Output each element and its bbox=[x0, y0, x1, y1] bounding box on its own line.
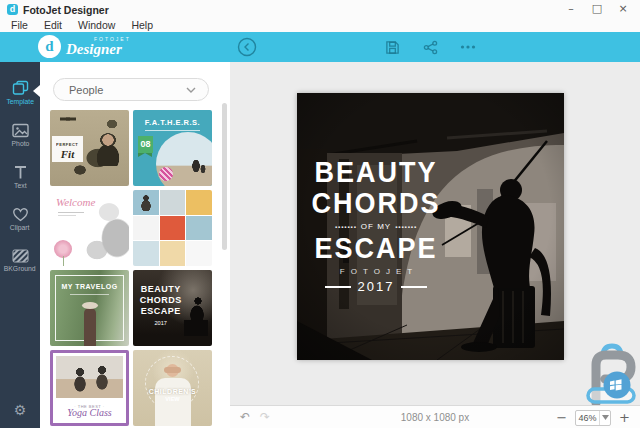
brand-designer-label: Designer bbox=[66, 42, 131, 57]
watermark-logo bbox=[583, 343, 639, 405]
design-canvas[interactable]: BEAUTY CHORDS ▪▪▪▪▪▪▪ OF MY ▪▪▪▪▪▪▪ ESCA… bbox=[297, 93, 564, 360]
zoom-in-button[interactable]: + bbox=[619, 410, 630, 425]
template-thumb-yoga-grid[interactable] bbox=[133, 190, 212, 266]
template-thumb-beauty-chords[interactable]: BEAUTY CHORDS ESCAPE 2017 bbox=[133, 270, 212, 346]
watermark-icon bbox=[583, 343, 639, 405]
canvas-title-line3: ESCAPE bbox=[301, 231, 451, 265]
template-grid: PERFECT Fit F.A.T.H.E.R.S. 08 Welcome bbox=[50, 110, 212, 426]
thumb-title: Yoga Class bbox=[53, 407, 126, 418]
window-title: FotoJet Designer bbox=[23, 4, 109, 16]
sidebar-item-label: Clipart bbox=[10, 223, 30, 231]
template-thumb-yoga-class[interactable]: · THE BEST · Yoga Class bbox=[50, 350, 129, 426]
menu-edit[interactable]: Edit bbox=[36, 19, 70, 32]
date-badge: 08 bbox=[138, 136, 153, 153]
template-panel: People PERFECT Fit F.A.T.H.E.R.S. 08 bbox=[40, 62, 230, 428]
title-bar: d FotoJet Designer – □ × bbox=[0, 0, 640, 19]
sidebar-item-label: Template bbox=[6, 98, 34, 106]
menu-help[interactable]: Help bbox=[123, 19, 161, 32]
zoom-caret-icon bbox=[599, 411, 610, 425]
background-icon bbox=[12, 249, 29, 263]
canvas-area: BEAUTY CHORDS ▪▪▪▪▪▪▪ OF MY ▪▪▪▪▪▪▪ ESCA… bbox=[230, 62, 640, 405]
menu-file[interactable]: File bbox=[3, 19, 36, 32]
thumb-photo bbox=[84, 308, 96, 346]
sidebar-item-bkground[interactable]: BKGround bbox=[0, 240, 40, 282]
back-button[interactable] bbox=[236, 32, 258, 62]
chevron-down-icon bbox=[186, 87, 196, 93]
canvas-brand: FOTOJET bbox=[301, 267, 451, 276]
thumb-label: PERFECT Fit bbox=[52, 136, 83, 162]
stamp-badge bbox=[159, 167, 173, 181]
thumb-title: F.A.T.H.E.R.S. bbox=[133, 118, 212, 127]
category-dropdown[interactable]: People bbox=[53, 78, 209, 101]
thumb-title: MY TRAVELOG bbox=[50, 283, 129, 290]
back-icon bbox=[237, 37, 257, 57]
text-icon bbox=[13, 165, 28, 180]
sidebar-item-label: Text bbox=[14, 181, 26, 189]
photo-icon bbox=[12, 123, 29, 138]
template-thumb-welcome[interactable]: Welcome bbox=[50, 190, 129, 266]
minimize-button[interactable]: – bbox=[558, 0, 584, 19]
template-thumb-perfect-fit[interactable]: PERFECT Fit bbox=[50, 110, 129, 186]
canvas-subtitle: ▪▪▪▪▪▪▪ OF MY ▪▪▪▪▪▪▪ bbox=[301, 222, 451, 231]
canvas-text-block[interactable]: BEAUTY CHORDS ▪▪▪▪▪▪▪ OF MY ▪▪▪▪▪▪▪ ESCA… bbox=[301, 157, 451, 294]
thumb-photo bbox=[56, 356, 123, 398]
canvas-year: 2017 bbox=[301, 279, 451, 294]
sidebar-item-photo[interactable]: Photo bbox=[0, 114, 40, 156]
zoom-level-value: 46% bbox=[576, 413, 599, 423]
more-icon bbox=[460, 44, 476, 50]
save-button[interactable] bbox=[383, 32, 401, 62]
fotojet-logo-icon: d bbox=[38, 35, 61, 58]
barbell-icon bbox=[60, 114, 76, 124]
more-button[interactable] bbox=[458, 32, 478, 62]
thumb-title: Welcome bbox=[56, 196, 95, 208]
close-button[interactable]: × bbox=[610, 0, 636, 19]
zoom-out-button[interactable]: − bbox=[556, 410, 567, 425]
zoom-level-select[interactable]: 46% bbox=[575, 410, 611, 426]
heart-icon bbox=[12, 207, 29, 222]
panel-scrollbar[interactable] bbox=[222, 103, 227, 250]
sidebar-item-clipart[interactable]: Clipart bbox=[0, 198, 40, 240]
brand-logo: d FOTOJET Designer bbox=[38, 35, 131, 58]
template-thumb-my-travelog[interactable]: MY TRAVELOG bbox=[50, 270, 129, 346]
canvas-title-line1: BEAUTY bbox=[301, 155, 451, 189]
template-thumb-fathers[interactable]: F.A.T.H.E.R.S. 08 bbox=[133, 110, 212, 186]
main-toolbar: d FOTOJET Designer bbox=[0, 32, 640, 62]
template-thumb-childrens[interactable]: CHILDREN'S VIEW bbox=[133, 350, 212, 426]
menu-window[interactable]: Window bbox=[70, 19, 123, 32]
save-icon bbox=[385, 40, 400, 55]
sidebar-item-label: BKGround bbox=[4, 265, 36, 273]
share-button[interactable] bbox=[421, 32, 439, 62]
app-logo-icon: d bbox=[7, 4, 18, 15]
active-notch bbox=[33, 85, 40, 97]
thumb-photo bbox=[93, 132, 123, 166]
status-bar: ↶ ↷ 1080 x 1080 px − 46% + bbox=[230, 405, 640, 428]
sidebar-item-template[interactable]: Template bbox=[0, 72, 40, 114]
sidebar: Template Photo Text bbox=[0, 62, 40, 428]
maximize-button[interactable]: □ bbox=[584, 0, 610, 19]
app-window: d FotoJet Designer – □ × File Edit Windo… bbox=[0, 0, 640, 428]
thumb-photo bbox=[139, 195, 153, 211]
template-icon bbox=[12, 80, 29, 96]
settings-gear-icon[interactable]: ⚙ bbox=[0, 402, 40, 418]
menu-bar: File Edit Window Help bbox=[0, 19, 640, 32]
category-selected-value: People bbox=[54, 84, 186, 96]
canvas-title-line2: CHORDS bbox=[301, 186, 451, 220]
brand-fotojet-label: FOTOJET bbox=[66, 36, 131, 42]
sidebar-item-label: Photo bbox=[11, 139, 29, 147]
sidebar-item-text[interactable]: Text bbox=[0, 156, 40, 198]
share-icon bbox=[423, 40, 438, 55]
